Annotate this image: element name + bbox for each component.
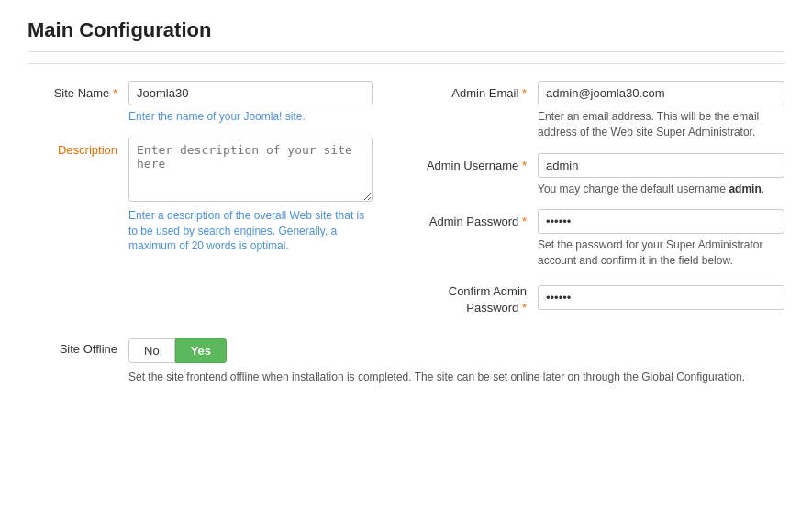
description-input[interactable] [128, 138, 373, 202]
admin-username-input[interactable] [538, 153, 784, 178]
confirm-password-input[interactable] [538, 285, 784, 310]
site-offline-hint: Set the site frontend offline when insta… [128, 369, 784, 385]
site-offline-yes-button[interactable]: Yes [175, 338, 227, 363]
site-offline-no-button[interactable]: No [128, 338, 175, 363]
admin-email-hint: Enter an email address. This will be the… [538, 109, 784, 140]
admin-username-hint: You may change the default username admi… [538, 182, 784, 197]
admin-password-hint: Set the password for your Super Administ… [538, 237, 784, 269]
description-hint: Enter a description of the overall Web s… [128, 208, 373, 254]
site-name-input[interactable] [128, 81, 373, 105]
admin-email-label: Admin Email [409, 81, 538, 100]
site-name-label: Site Name [28, 81, 128, 100]
admin-password-input[interactable] [538, 209, 784, 234]
description-label: Description [28, 138, 128, 157]
page-title: Main Configuration [28, 18, 784, 52]
admin-password-label: Admin Password [409, 209, 538, 228]
admin-username-label: Admin Username [409, 153, 538, 172]
admin-email-input[interactable] [538, 81, 784, 105]
site-offline-label: Site Offline [28, 338, 128, 356]
site-name-hint: Enter the name of your Joomla! site. [128, 109, 373, 125]
confirm-password-label: Confirm Admin Password [409, 282, 538, 316]
